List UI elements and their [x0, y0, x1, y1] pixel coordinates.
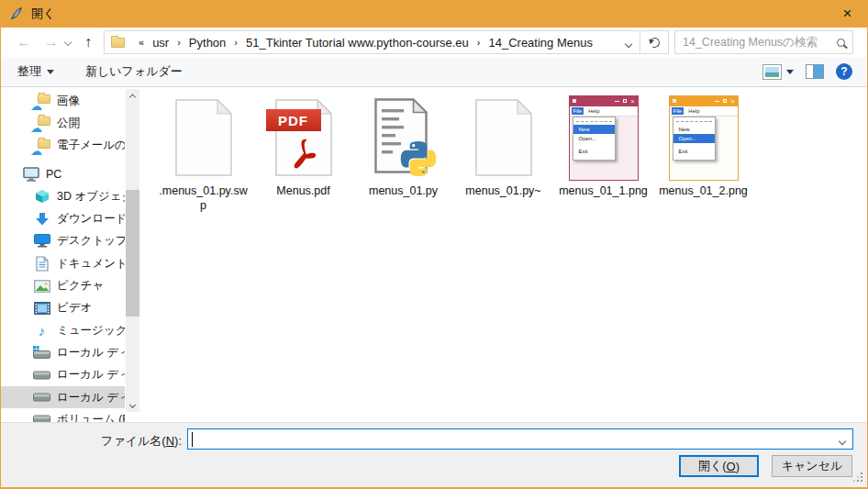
help-button[interactable]: ?: [836, 63, 852, 80]
python-logo-icon: [398, 139, 439, 179]
scroll-up-button[interactable]: [126, 89, 139, 103]
new-folder-button[interactable]: 新しいフォルダー: [85, 63, 183, 80]
scrollbar-thumb[interactable]: [126, 190, 139, 317]
sidebar-item-volume-f[interactable]: ボリューム (F:): [1, 408, 125, 422]
preview-pane-button[interactable]: [806, 64, 824, 79]
acrobat-logo-icon: [288, 135, 321, 172]
address-bar[interactable]: « usr › Python › 51_Tkinter Tutorial www…: [104, 30, 669, 54]
address-dropdown-icon[interactable]: [618, 34, 640, 50]
combobox-dropdown-icon[interactable]: [832, 431, 852, 448]
sidebar-item-3d-objects[interactable]: 3D オブジェクト: [1, 185, 125, 207]
sidebar-item-pc[interactable]: PC: [1, 163, 125, 185]
sidebar-scrollbar[interactable]: [126, 89, 139, 412]
breadcrumb-item-usr[interactable]: usr: [150, 36, 171, 50]
file-name: Menus.pdf: [276, 183, 329, 198]
thumb-menu-help: Help: [586, 107, 601, 115]
thumb-close-icon: ×: [630, 98, 634, 105]
breadcrumb-separator: ›: [471, 37, 487, 48]
thumb-tearoff-dashes: [676, 117, 712, 122]
open-button[interactable]: 開く(O): [679, 455, 759, 477]
local-disk-icon: [32, 389, 51, 406]
breadcrumb-separator: ›: [171, 37, 187, 48]
thumb-menu-item-new: New: [573, 125, 615, 134]
organize-dropdown-icon: [47, 70, 54, 74]
breadcrumb-item-creating-menus[interactable]: 14_Creating Menus: [486, 36, 594, 50]
resize-grip-icon[interactable]: [853, 472, 862, 482]
tk-feather-icon: [9, 6, 24, 21]
pdf-document-icon: PDF: [275, 99, 332, 176]
folder-icon: [111, 38, 125, 48]
thumb-dropdown-menu: New Open... Exit: [673, 117, 716, 161]
close-button[interactable]: ×: [827, 0, 868, 28]
organize-button[interactable]: 整理: [17, 63, 54, 80]
tkinter-window-thumbnail: × File Help New Open... Exit: [669, 95, 739, 181]
file-tile-swp[interactable]: .menus_01.py.swp: [153, 94, 253, 213]
search-input[interactable]: [683, 36, 831, 49]
organize-label: 整理: [17, 63, 41, 80]
thumb-feather-icon: [673, 99, 676, 103]
thumb-menubar: File Help: [570, 106, 638, 117]
sidebar-item-music[interactable]: ミュージック: [1, 319, 125, 341]
thumb-titlebar: ×: [670, 96, 738, 106]
titlebar: 開く ×: [0, 0, 868, 28]
file-tile-png-1[interactable]: × File Help New Open... Exit: [553, 94, 653, 213]
sidebar-item-local-disk-c[interactable]: ローカル ディスク (C: [1, 341, 125, 363]
search-box[interactable]: [674, 30, 853, 54]
scroll-down-button[interactable]: [126, 398, 139, 412]
refresh-button[interactable]: [640, 31, 668, 53]
sidebar-item-pictures-onedrive[interactable]: 画像: [1, 90, 125, 112]
pictures-icon: [32, 278, 51, 295]
cancel-button[interactable]: キャンセル: [772, 455, 852, 477]
filename-combobox[interactable]: [187, 428, 853, 450]
button-row: 開く(O) キャンセル: [679, 455, 852, 477]
tkinter-window-thumbnail: × File Help New Open... Exit: [569, 95, 639, 181]
thumb-tearoff-dashes: [576, 117, 612, 122]
breadcrumb-item-python[interactable]: Python: [187, 36, 228, 50]
up-button[interactable]: ↑: [78, 35, 98, 50]
thumb-menu-help: Help: [686, 107, 701, 115]
sidebar-item-documents[interactable]: ドキュメント: [1, 252, 125, 274]
python-script-icon: [374, 98, 433, 177]
window-title: 開く: [31, 6, 55, 22]
search-icon: [837, 39, 845, 47]
file-tile-python[interactable]: menus_01.py: [353, 94, 453, 213]
local-disk-windows-icon: [32, 344, 51, 361]
breadcrumb-separator: ›: [228, 37, 244, 48]
text-caret: [192, 432, 193, 447]
music-icon: [32, 322, 51, 339]
toolbar-right-group: ?: [762, 63, 852, 80]
blank-document-icon: [475, 99, 532, 176]
sidebar-item-pictures[interactable]: ピクチャ: [1, 274, 125, 296]
history-dropdown-icon[interactable]: [64, 39, 72, 46]
change-view-button[interactable]: [762, 64, 794, 80]
sidebar-item-local-disk-selected[interactable]: ローカル ディスク (: [1, 386, 125, 408]
navigation-pane: 画像 公開 電子メールの添付 PC 3D オブジェクト: [1, 87, 142, 422]
sidebar-item-email-attachments[interactable]: 電子メールの添付: [1, 135, 125, 157]
sidebar-item-desktop[interactable]: デスクトップ: [1, 230, 125, 252]
thumb-menu-item-open: Open...: [673, 134, 715, 143]
sidebar-item-videos[interactable]: ビデオ: [1, 297, 125, 319]
local-disk-icon: [32, 367, 51, 383]
forward-button[interactable]: →: [38, 35, 65, 50]
sidebar-item-downloads[interactable]: ダウンロード: [1, 207, 125, 229]
toolbar: 整理 新しいフォルダー ?: [1, 57, 867, 87]
sidebar-item-public[interactable]: 公開: [1, 112, 125, 134]
breadcrumb-overflow[interactable]: «: [132, 37, 150, 48]
breadcrumb: « usr › Python › 51_Tkinter Tutorial www…: [105, 31, 618, 53]
thumb-menu-item-new: New: [673, 125, 715, 134]
file-tile-pdf[interactable]: PDF Menus.pdf: [253, 94, 353, 213]
filename-input[interactable]: [188, 429, 832, 449]
thumb-maximize-icon: [723, 99, 727, 103]
thumb-maximize-icon: [623, 99, 627, 103]
file-tile-png-2[interactable]: × File Help New Open... Exit: [653, 94, 753, 213]
blank-document-icon: [175, 99, 232, 176]
3d-objects-icon: [32, 188, 51, 205]
thumbnail-view-icon: [762, 64, 782, 80]
thumb-menu-item-exit: Exit: [573, 147, 615, 156]
back-button[interactable]: ←: [10, 35, 38, 50]
file-name: .menus_01.py.swp: [159, 183, 249, 213]
file-tile-backup[interactable]: menus_01.py~: [453, 94, 553, 213]
breadcrumb-item-tkinter-tutorial[interactable]: 51_Tkinter Tutorial www.python-course.eu: [244, 36, 471, 50]
sidebar-item-local-disk-d[interactable]: ローカル ディスク (D: [1, 364, 125, 386]
navigation-bar: ← → ↑ « usr › Python › 51_Tkinter Tutori…: [1, 28, 867, 57]
